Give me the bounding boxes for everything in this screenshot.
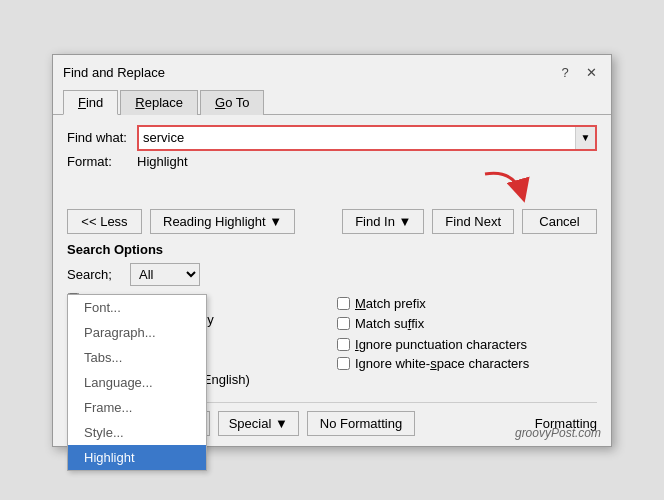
search-select[interactable]: All Up Down xyxy=(130,263,200,286)
arrow-container xyxy=(67,179,597,209)
match-suffix-checkbox[interactable] xyxy=(337,317,350,330)
close-button[interactable]: ✕ xyxy=(581,63,601,83)
format-label: Format: xyxy=(67,154,137,169)
reading-highlight-button[interactable]: Reading Highlight ▼ xyxy=(150,209,295,234)
tab-goto[interactable]: Go To xyxy=(200,90,264,115)
ignore-punct-checkbox[interactable] xyxy=(337,338,350,351)
find-replace-dialog: Find and Replace ? ✕ Find Replace Go To … xyxy=(52,54,612,447)
left-options: Match case Find whole words only Use wil… xyxy=(67,292,327,392)
red-arrow xyxy=(475,169,535,207)
watermark: groovyPost.com xyxy=(515,426,601,440)
title-bar-controls: ? ✕ xyxy=(555,63,601,83)
cancel-button[interactable]: Cancel xyxy=(522,209,597,234)
right-buttons: Find In ▼ Find Next Cancel xyxy=(342,209,597,234)
dropdown-style[interactable]: Style... xyxy=(68,420,206,445)
options-two-col: Match case Find whole words only Use wil… xyxy=(67,292,597,392)
find-input-wrapper: ▼ xyxy=(137,125,597,151)
no-formatting-button[interactable]: No Formatting xyxy=(307,411,415,436)
tab-bar: Find Replace Go To xyxy=(53,89,611,114)
tab-find-label: Find xyxy=(78,95,103,110)
tab-replace[interactable]: Replace xyxy=(120,90,198,115)
find-input-dropdown[interactable]: ▼ xyxy=(575,127,595,149)
dialog-title: Find and Replace xyxy=(63,65,165,80)
dropdown-font[interactable]: Font... xyxy=(68,295,206,320)
ignore-punct-label: Ignore punctuation characters xyxy=(355,337,527,352)
tab-replace-label: Replace xyxy=(135,95,183,110)
format-value: Highlight xyxy=(137,154,188,169)
match-prefix-label: Match prefix xyxy=(355,296,426,311)
find-what-row: Find what: ▼ xyxy=(67,125,597,151)
dropdown-frame[interactable]: Frame... xyxy=(68,395,206,420)
search-options-label: Search Options xyxy=(67,242,597,257)
ignore-punct-row: Ignore punctuation characters xyxy=(337,337,597,352)
ignore-space-label: Ignore white-space characters xyxy=(355,356,529,371)
right-options: Match prefix Match suffix Ignore punctua… xyxy=(337,292,597,392)
dropdown-language[interactable]: Language... xyxy=(68,370,206,395)
dropdown-tabs[interactable]: Tabs... xyxy=(68,345,206,370)
action-buttons-row: << Less Reading Highlight ▼ Find In ▼ Fi… xyxy=(67,209,597,234)
format-dropdown-menu: Font... Paragraph... Tabs... Language...… xyxy=(67,294,207,471)
find-next-button[interactable]: Find Next xyxy=(432,209,514,234)
less-button[interactable]: << Less xyxy=(67,209,142,234)
dialog-body: Find what: ▼ Format: Highlight xyxy=(53,114,611,446)
match-prefix-checkbox[interactable] xyxy=(337,297,350,310)
special-dropdown-button[interactable]: Special ▼ xyxy=(218,411,299,436)
match-suffix-label: Match suffix xyxy=(355,316,424,331)
tab-find[interactable]: Find xyxy=(63,90,118,115)
ignore-space-row: Ignore white-space characters xyxy=(337,356,597,371)
match-suffix-row: Match suffix xyxy=(337,316,597,331)
ignore-space-checkbox[interactable] xyxy=(337,357,350,370)
dropdown-highlight[interactable]: Highlight xyxy=(68,445,206,470)
find-in-button[interactable]: Find In ▼ xyxy=(342,209,424,234)
dropdown-paragraph[interactable]: Paragraph... xyxy=(68,320,206,345)
title-bar: Find and Replace ? ✕ xyxy=(53,55,611,87)
find-input[interactable] xyxy=(139,127,575,148)
search-select-label: Search; xyxy=(67,267,122,282)
tab-goto-label: Go To xyxy=(215,95,249,110)
match-prefix-row: Match prefix xyxy=(337,296,597,311)
search-row: Search; All Up Down xyxy=(67,263,597,286)
find-what-label: Find what: xyxy=(67,130,137,145)
help-button[interactable]: ? xyxy=(555,63,575,83)
